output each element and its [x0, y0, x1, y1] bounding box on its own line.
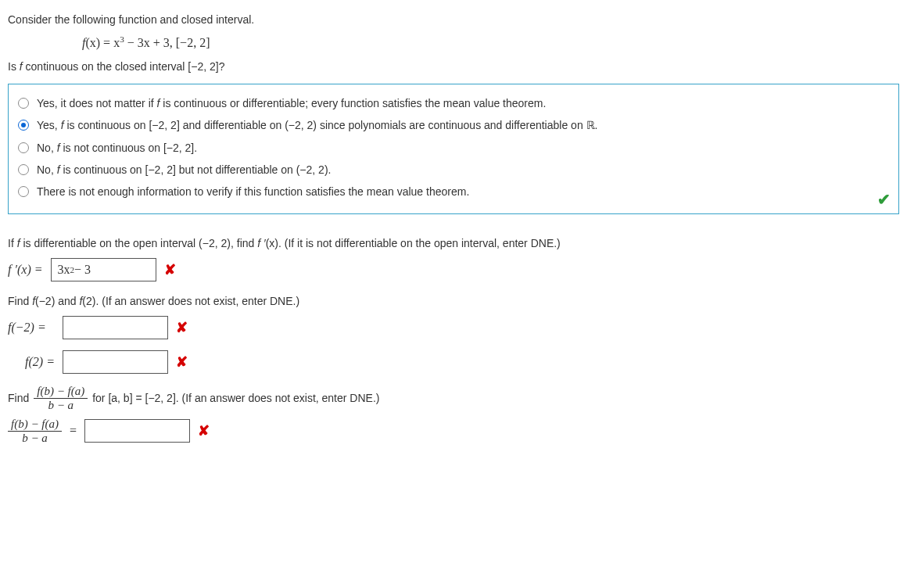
- option-label: No, f is not continuous on [−2, 2].: [37, 142, 197, 154]
- fraction-expr: f(b) − f(a) b − a: [34, 385, 88, 411]
- option-label: No, f is continuous on [−2, 2] but not d…: [37, 163, 331, 176]
- option-label: Yes, f is continuous on [−2, 2] and diff…: [37, 119, 597, 132]
- equals-sign: =: [70, 424, 77, 438]
- question-continuity: Is f continuous on the closed interval […: [8, 58, 899, 75]
- check-icon: ✔: [877, 190, 891, 209]
- question-fvalues: Find f(−2) and f(2). (If an answer does …: [8, 292, 899, 310]
- f2-label: f(2) =: [8, 355, 55, 369]
- cross-icon: ✘: [176, 319, 188, 336]
- option-5[interactable]: There is not enough information to verif…: [18, 181, 889, 203]
- option-1[interactable]: Yes, it does not matter if f is continuo…: [18, 92, 889, 114]
- fraction-label: f(b) − f(a) b − a: [8, 418, 62, 444]
- fprime-input[interactable]: 3x2 − 3: [51, 258, 156, 281]
- fprime-label: f ′(x) =: [8, 263, 43, 277]
- option-2[interactable]: Yes, f is continuous on [−2, 2] and diff…: [18, 114, 889, 137]
- option-4[interactable]: No, f is continuous on [−2, 2] but not d…: [18, 159, 889, 181]
- radio-icon[interactable]: [18, 98, 29, 109]
- fprime-answer-row: f ′(x) = 3x2 − 3 ✘: [8, 258, 899, 281]
- cross-icon: ✘: [176, 353, 188, 371]
- function-definition: f(x) = x3 − 3x + 3, [−2, 2]: [82, 33, 899, 53]
- slope-answer-row: f(b) − f(a) b − a = ✘: [8, 418, 899, 444]
- option-label: There is not enough information to verif…: [37, 185, 469, 198]
- f2-input[interactable]: [63, 350, 168, 374]
- option-3[interactable]: No, f is not continuous on [−2, 2].: [18, 137, 889, 159]
- option-label: Yes, it does not matter if f is continuo…: [37, 97, 546, 109]
- intro-text: Consider the following function and clos…: [8, 11, 899, 28]
- slope-input[interactable]: [84, 419, 190, 443]
- radio-icon[interactable]: [18, 120, 29, 131]
- options-group: Yes, it does not matter if f is continuo…: [8, 84, 899, 214]
- fneg2-input[interactable]: [63, 316, 168, 339]
- radio-icon[interactable]: [18, 164, 29, 175]
- question-slope: Find f(b) − f(a) b − a for [a, b] = [−2,…: [8, 385, 899, 411]
- cross-icon: ✘: [198, 422, 210, 439]
- fneg2-label: f(−2) =: [8, 321, 55, 335]
- cross-icon: ✘: [164, 261, 176, 278]
- radio-icon[interactable]: [18, 186, 29, 197]
- f2-answer-row: f(2) = ✘: [8, 350, 899, 374]
- fneg2-answer-row: f(−2) = ✘: [8, 316, 899, 339]
- radio-icon[interactable]: [18, 142, 29, 153]
- question-fprime: If f is differentiable on the open inter…: [8, 235, 899, 252]
